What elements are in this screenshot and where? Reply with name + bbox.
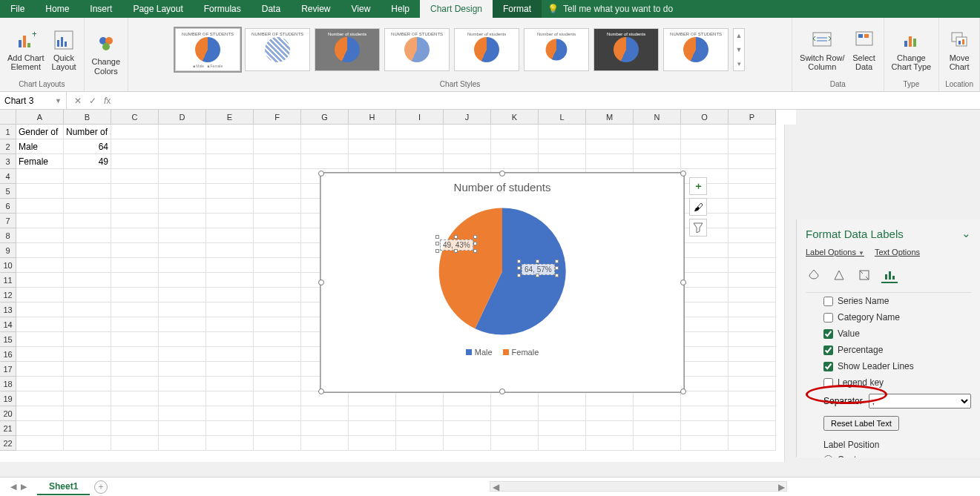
- col-header-H[interactable]: H: [349, 110, 396, 125]
- cell-P7[interactable]: [729, 214, 776, 228]
- cell-F8[interactable]: [254, 228, 301, 243]
- cell-P18[interactable]: [729, 377, 776, 391]
- cell-F20[interactable]: [254, 406, 301, 421]
- cell-P1[interactable]: [729, 125, 776, 139]
- row-header-20[interactable]: 20: [0, 406, 16, 421]
- cell-G2[interactable]: [301, 139, 349, 154]
- cell-A16[interactable]: [16, 347, 64, 362]
- switch-row-column-button[interactable]: Switch Row/ Column: [798, 27, 846, 73]
- cell-A12[interactable]: [16, 288, 64, 302]
- cell-N21[interactable]: [634, 421, 681, 436]
- cell-D17[interactable]: [159, 362, 206, 377]
- cell-O9[interactable]: [681, 243, 729, 258]
- chart-style-7[interactable]: Number of students: [593, 28, 659, 71]
- cell-D8[interactable]: [159, 228, 206, 243]
- cell-B13[interactable]: [64, 302, 111, 317]
- cell-E10[interactable]: [206, 258, 254, 273]
- cell-C22[interactable]: [111, 436, 159, 451]
- cell-B4[interactable]: [64, 169, 111, 184]
- cell-A19[interactable]: [16, 391, 64, 406]
- cell-B5[interactable]: [64, 184, 111, 199]
- cell-B19[interactable]: [64, 391, 111, 406]
- cell-A14[interactable]: [16, 317, 64, 332]
- leader-lines-checkbox[interactable]: [823, 362, 833, 371]
- cell-M3[interactable]: [586, 154, 634, 169]
- cell-D21[interactable]: [159, 421, 206, 436]
- cell-P14[interactable]: [729, 317, 776, 332]
- cell-E15[interactable]: [206, 332, 254, 347]
- pane-collapse-icon[interactable]: ⌄: [961, 227, 971, 240]
- cell-C8[interactable]: [111, 228, 159, 243]
- cell-M22[interactable]: [586, 436, 634, 451]
- cell-H22[interactable]: [349, 436, 396, 451]
- cell-N1[interactable]: [634, 125, 681, 139]
- cell-L21[interactable]: [539, 421, 586, 436]
- cell-O2[interactable]: [681, 139, 729, 154]
- cell-O12[interactable]: [681, 288, 729, 302]
- cell-D7[interactable]: [159, 214, 206, 228]
- cell-E7[interactable]: [206, 214, 254, 228]
- cell-B15[interactable]: [64, 332, 111, 347]
- cancel-icon[interactable]: ✕: [74, 96, 82, 106]
- cell-C1[interactable]: [111, 125, 159, 139]
- cell-A13[interactable]: [16, 302, 64, 317]
- cell-C21[interactable]: [111, 421, 159, 436]
- col-header-O[interactable]: O: [681, 110, 729, 125]
- col-header-P[interactable]: P: [729, 110, 776, 125]
- cell-E9[interactable]: [206, 243, 254, 258]
- cell-C15[interactable]: [111, 332, 159, 347]
- tab-review[interactable]: Review: [291, 0, 341, 18]
- cell-F12[interactable]: [254, 288, 301, 302]
- cell-C6[interactable]: [111, 199, 159, 214]
- cell-O21[interactable]: [681, 421, 729, 436]
- cell-D13[interactable]: [159, 302, 206, 317]
- position-center-radio[interactable]: [823, 455, 833, 458]
- cell-D5[interactable]: [159, 184, 206, 199]
- row-header-9[interactable]: 9: [0, 243, 16, 258]
- cell-G1[interactable]: [301, 125, 349, 139]
- cell-P6[interactable]: [729, 199, 776, 214]
- change-chart-type-button[interactable]: Change Chart Type: [890, 27, 933, 73]
- cell-F2[interactable]: [254, 139, 301, 154]
- cell-D16[interactable]: [159, 347, 206, 362]
- cell-L20[interactable]: [539, 406, 586, 421]
- sheet-next[interactable]: ▶: [21, 482, 27, 492]
- row-header-7[interactable]: 7: [0, 214, 16, 228]
- cell-N3[interactable]: [634, 154, 681, 169]
- cell-F15[interactable]: [254, 332, 301, 347]
- chart-styles-more[interactable]: ▲▼▾: [733, 28, 745, 71]
- cell-A20[interactable]: [16, 406, 64, 421]
- col-header-A[interactable]: A: [16, 110, 64, 125]
- effects-icon[interactable]: [831, 267, 847, 283]
- cell-A9[interactable]: [16, 243, 64, 258]
- row-header-3[interactable]: 3: [0, 154, 16, 169]
- cell-F19[interactable]: [254, 391, 301, 406]
- cell-D6[interactable]: [159, 199, 206, 214]
- col-header-N[interactable]: N: [634, 110, 681, 125]
- confirm-icon[interactable]: ✓: [89, 96, 96, 106]
- cell-K22[interactable]: [491, 436, 539, 451]
- cell-A18[interactable]: [16, 377, 64, 391]
- cell-P15[interactable]: [729, 332, 776, 347]
- cell-P4[interactable]: [729, 169, 776, 184]
- cell-F6[interactable]: [254, 199, 301, 214]
- cell-F9[interactable]: [254, 243, 301, 258]
- tab-help[interactable]: Help: [381, 0, 420, 18]
- cell-F4[interactable]: [254, 169, 301, 184]
- tab-page-layout[interactable]: Page Layout: [122, 0, 193, 18]
- cell-A7[interactable]: [16, 214, 64, 228]
- sheet-prev[interactable]: ◀: [10, 482, 16, 492]
- cell-B7[interactable]: [64, 214, 111, 228]
- cell-P5[interactable]: [729, 184, 776, 199]
- cell-A17[interactable]: [16, 362, 64, 377]
- cell-C14[interactable]: [111, 317, 159, 332]
- row-header-22[interactable]: 22: [0, 436, 16, 451]
- cell-E3[interactable]: [206, 154, 254, 169]
- chart-styles-button[interactable]: 🖌: [689, 198, 707, 216]
- cell-L1[interactable]: [539, 125, 586, 139]
- cell-B18[interactable]: [64, 377, 111, 391]
- row-header-10[interactable]: 10: [0, 258, 16, 273]
- col-header-J[interactable]: J: [444, 110, 491, 125]
- cell-P2[interactable]: [729, 139, 776, 154]
- tab-formulas[interactable]: Formulas: [194, 0, 251, 18]
